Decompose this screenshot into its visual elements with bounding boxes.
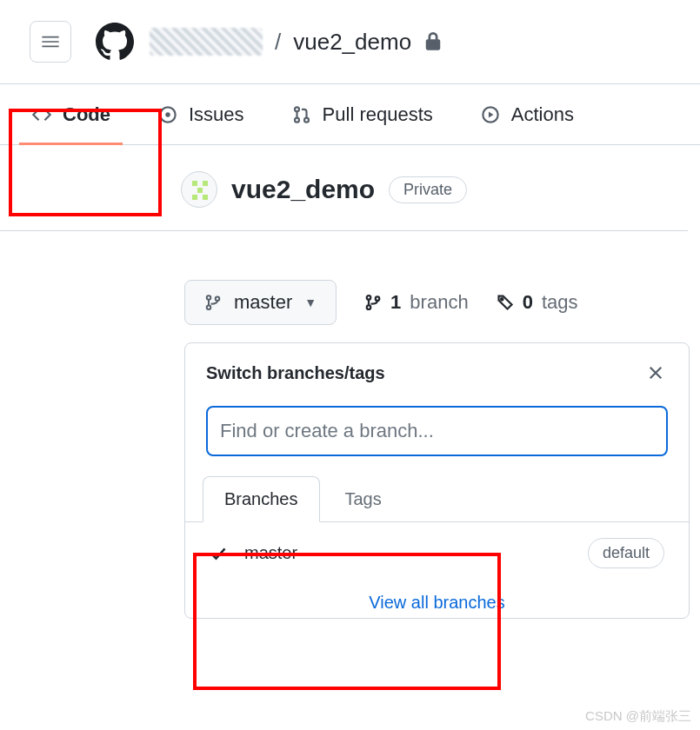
tab-actions[interactable]: Actions (473, 84, 581, 144)
svg-point-1 (165, 112, 170, 117)
repo-avatar (181, 171, 217, 208)
app-header: / vue2_demo (0, 0, 700, 84)
svg-point-7 (207, 305, 211, 309)
git-branch-icon (204, 294, 222, 311)
svg-point-10 (367, 305, 371, 309)
branch-count-label: branch (410, 291, 468, 314)
dropdown-tab-tags[interactable]: Tags (323, 476, 403, 522)
svg-point-8 (216, 296, 220, 301)
svg-point-12 (501, 298, 503, 301)
dropdown-header: Switch branches/tags (185, 343, 689, 402)
repo-title: vue2_demo (231, 175, 375, 204)
close-button[interactable] (643, 361, 668, 385)
branch-dropdown: Switch branches/tags Branches Tags maste… (184, 342, 690, 619)
owner-link[interactable] (150, 28, 263, 56)
repo-nav: Code Issues Pull requests Actions (0, 84, 700, 145)
breadcrumb: / vue2_demo (150, 28, 443, 56)
code-icon (31, 104, 52, 125)
branch-search-input[interactable] (206, 406, 668, 456)
default-badge: default (588, 538, 664, 568)
branch-item-name: master (244, 543, 297, 563)
breadcrumb-separator: / (275, 29, 281, 56)
tag-count: 0 (523, 291, 533, 314)
tag-count-label: tags (542, 291, 578, 314)
dropdown-tabs: Branches Tags (185, 475, 689, 522)
tab-label: Pull requests (323, 103, 433, 126)
branch-count: 1 (390, 291, 401, 314)
lock-icon (423, 32, 443, 51)
tags-link[interactable]: 0 tags (497, 291, 578, 314)
hamburger-menu-button[interactable] (30, 21, 71, 63)
tab-pull-requests[interactable]: Pull requests (284, 84, 440, 144)
svg-point-3 (295, 117, 299, 122)
pull-request-icon (291, 104, 312, 125)
actions-icon (480, 104, 501, 125)
hamburger-icon (41, 32, 60, 51)
dropdown-tab-branches[interactable]: Branches (203, 476, 320, 522)
view-all-branches: View all branches (185, 584, 689, 618)
svg-point-9 (367, 295, 371, 300)
github-logo-icon[interactable] (94, 21, 136, 63)
repo-link[interactable]: vue2_demo (293, 29, 411, 56)
tab-issues[interactable]: Issues (150, 84, 251, 144)
visibility-badge: Private (389, 176, 467, 203)
svg-point-6 (207, 295, 211, 300)
dropdown-title: Switch branches/tags (206, 363, 385, 383)
branch-toolbar: master ▼ 1 branch 0 tags (0, 231, 700, 342)
close-icon (647, 364, 664, 382)
branch-picker-button[interactable]: master ▼ (184, 280, 337, 325)
branch-list-item[interactable]: master default (185, 522, 689, 584)
caret-down-icon: ▼ (304, 295, 317, 309)
current-branch-name: master (234, 291, 292, 314)
tab-label: Code (63, 103, 110, 126)
check-icon (210, 545, 229, 562)
svg-point-11 (376, 296, 380, 301)
tag-icon (497, 294, 514, 311)
svg-point-4 (304, 117, 309, 122)
view-all-branches-link[interactable]: View all branches (369, 593, 504, 612)
tab-code[interactable]: Code (24, 84, 117, 144)
repo-header: vue2_demo Private (0, 145, 688, 231)
tab-label: Actions (511, 103, 574, 126)
branches-link[interactable]: 1 branch (364, 291, 469, 314)
tab-label: Issues (189, 103, 244, 126)
git-branch-icon (364, 294, 382, 311)
svg-point-2 (295, 107, 299, 111)
issues-icon (157, 104, 178, 125)
